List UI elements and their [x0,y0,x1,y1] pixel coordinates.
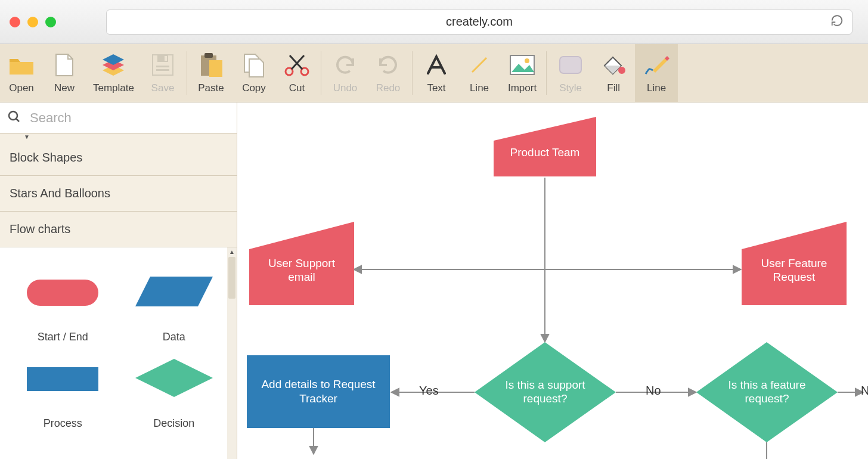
category-flow-charts[interactable]: Flow charts [0,212,237,247]
svg-line-13 [472,58,486,72]
shape-start-end[interactable]: Start / End [10,262,116,343]
line-label: Line [470,82,489,94]
scrollbar-thumb[interactable] [228,257,235,299]
template-icon [100,52,126,77]
search-input[interactable] [30,110,230,126]
line2-label: Line [647,82,666,94]
new-file-icon [55,52,74,77]
import-image-icon [509,52,535,77]
category-block-shapes[interactable]: Block Shapes [0,140,237,176]
style-label: Style [559,82,582,94]
node-label: User Feature Request [742,257,847,284]
svg-rect-5 [165,56,167,61]
minimize-window-dot[interactable] [27,17,38,27]
svg-rect-22 [27,367,98,391]
decision-shape-icon [132,354,216,402]
data-shape-icon [132,271,216,312]
cut-button[interactable]: Cut [275,44,318,102]
redo-button[interactable]: Redo [367,44,410,102]
url-text: creately.com [446,15,513,29]
search-icon [7,110,21,126]
svg-marker-23 [135,359,213,397]
folder-icon [8,52,35,77]
edge-label-yes: Yes [419,384,439,398]
svg-marker-21 [135,277,213,306]
sidebar-search [0,103,237,134]
line-tool-button[interactable]: Line [458,44,501,102]
url-bar[interactable]: creately.com [106,10,852,35]
import-button[interactable]: Import [501,44,544,102]
open-label: Open [9,82,34,94]
diagram-canvas[interactable]: Product Team User Support email User Fea… [237,103,868,459]
sidebar: ▼ Block Shapes Stars And Balloons Flow c… [0,103,237,459]
node-add-details[interactable]: Add details to Request Tracker [247,355,390,428]
shape-label: Data [163,331,185,343]
node-label: Is this a feature request? [696,342,838,442]
edge-label-no-right: N [861,384,868,398]
open-button[interactable]: Open [0,44,43,102]
svg-point-18 [9,111,17,120]
node-label: Product Team [501,146,590,160]
node-label: Is this a support request? [475,342,616,442]
pencil-icon [643,52,669,77]
import-label: Import [508,82,537,94]
template-label: Template [93,82,134,94]
svg-rect-10 [209,60,222,77]
template-button[interactable]: Template [86,44,141,102]
text-tool-button[interactable]: Text [415,44,458,102]
reload-icon[interactable] [830,14,844,30]
line-style-button[interactable]: Line [635,44,678,102]
maximize-window-dot[interactable] [45,17,56,27]
node-feature-decision[interactable]: Is this a feature request? [696,342,838,442]
scroll-up-icon: ▲ [229,249,235,255]
svg-rect-6 [156,66,169,67]
new-button[interactable]: New [43,44,86,102]
category-stars-balloons[interactable]: Stars And Balloons [0,176,237,212]
svg-rect-7 [156,69,169,71]
scissors-icon [284,52,310,77]
undo-button[interactable]: Undo [324,44,367,102]
copy-label: Copy [242,82,266,94]
style-button[interactable]: Style [549,44,592,102]
node-product-team[interactable]: Product Team [494,117,596,176]
svg-line-19 [16,119,19,122]
shape-label: Process [44,417,82,430]
main-area: ▼ Block Shapes Stars And Balloons Flow c… [0,103,868,459]
text-label: Text [427,82,445,94]
redo-icon [377,52,399,77]
shape-label: Start / End [38,331,88,343]
node-user-support-email[interactable]: User Support email [249,222,354,305]
save-button[interactable]: Save [141,44,184,102]
node-label: Add details to Request Tracker [247,377,390,406]
shape-decision[interactable]: Decision [121,348,228,430]
copy-icon [242,52,266,77]
node-user-feature-request[interactable]: User Feature Request [742,222,847,305]
paste-icon [199,52,224,77]
close-window-dot[interactable] [10,17,20,27]
line-icon [469,52,490,77]
toolbar-separator [412,51,413,95]
toolbar-separator [321,51,321,95]
window-dots [10,17,56,27]
paste-label: Paste [198,82,224,94]
paste-button[interactable]: Paste [190,44,232,102]
save-icon [151,52,174,77]
text-icon [426,52,447,77]
node-label: User Support email [249,257,354,284]
toolbar-separator [546,51,547,95]
svg-rect-20 [27,280,98,306]
fill-label: Fill [607,82,620,94]
shape-process[interactable]: Process [10,348,116,430]
copy-button[interactable]: Copy [232,44,275,102]
shape-data[interactable]: Data [121,262,228,343]
edge-label-no: No [646,384,661,398]
toolbar-separator [187,51,187,95]
style-swatch-icon [557,52,584,77]
cut-label: Cut [289,82,305,94]
shapes-scrollbar[interactable]: ▲ [227,247,237,459]
fill-button[interactable]: Fill [592,44,635,102]
node-support-decision[interactable]: Is this a support request? [475,342,616,442]
terminator-shape-icon [24,274,101,309]
collapse-arrow-icon[interactable]: ▼ [0,134,237,140]
svg-point-15 [525,58,529,63]
